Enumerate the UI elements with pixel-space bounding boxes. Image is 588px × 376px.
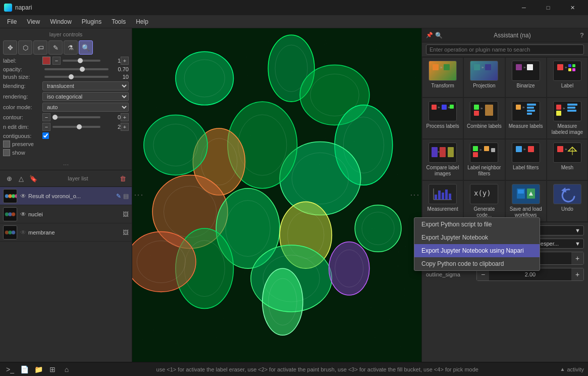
svg-rect-17 (442, 105, 447, 110)
label-minus-button[interactable]: − (52, 57, 61, 65)
plugin-measure-labeled-image[interactable]: » Measure labeled image (547, 98, 588, 139)
layer-eye-voronoi[interactable]: 👁 (20, 193, 26, 200)
menu-file[interactable]: File (2, 17, 22, 26)
plugin-projection[interactable]: » Projection (463, 57, 505, 98)
contour-plus-button[interactable]: + (121, 113, 129, 121)
outline-sigma-plus[interactable]: + (571, 268, 583, 280)
show-label: show (12, 150, 25, 156)
mesh-icon: » (553, 143, 581, 163)
label-filters-label: Label filters (513, 165, 539, 171)
layer-eye-nuclei[interactable]: 👁 (20, 211, 26, 218)
plugin-mesh[interactable]: » Mesh (547, 139, 588, 180)
search-tool-button[interactable]: 🔍 (79, 40, 93, 55)
plugin-label[interactable]: » Label (547, 57, 588, 98)
more-options[interactable]: ... (3, 158, 129, 168)
plugin-label-filters[interactable]: » Label filters (505, 139, 547, 180)
plugin-measurement[interactable]: Measurement (422, 180, 463, 222)
plugin-combine-labels[interactable]: » Combine labels (463, 98, 505, 139)
close-button[interactable]: ✕ (561, 0, 584, 15)
svg-rect-37 (440, 147, 446, 157)
panel-help-button[interactable]: ? (580, 31, 584, 39)
color-mode-select[interactable]: auto direct (42, 103, 129, 112)
terminal-button[interactable]: >_ (4, 363, 16, 375)
plugin-process-labels[interactable]: » » Process labels (422, 98, 463, 139)
plugin-transform[interactable]: » Transform (422, 57, 463, 98)
activity-arrow-icon: ▲ (560, 366, 565, 372)
minimize-button[interactable]: ─ (512, 0, 536, 15)
menu-window[interactable]: Window (45, 17, 77, 26)
plugin-measure-labels[interactable]: » Measure labels (505, 98, 547, 139)
transform-icon: » (429, 61, 457, 81)
plugin-binarize[interactable]: » Binarize (505, 57, 547, 98)
ctx-export-jupyter-napari[interactable]: Export Jupyter Notebook using Napari (414, 244, 540, 257)
projection-label: Projection (473, 83, 495, 89)
label-slider-track[interactable] (63, 60, 100, 62)
svg-rect-23 (485, 105, 493, 116)
plugin-undo[interactable]: Undo (547, 180, 588, 222)
assistant-search (422, 42, 588, 57)
contour-slider-track[interactable] (52, 116, 100, 118)
assistant-search-input[interactable] (426, 44, 584, 55)
menu-help[interactable]: Help (131, 17, 153, 26)
ctx-copy-python[interactable]: Copy Python code to clipboard (414, 257, 540, 270)
ctx-export-jupyter[interactable]: Export Jupyter Notebook (414, 231, 540, 244)
brush-size-slider-track[interactable] (44, 76, 109, 78)
canvas-resize-left[interactable]: ⋮ (132, 189, 145, 202)
folder-button[interactable]: 📁 (32, 363, 44, 375)
canvas-resize-right[interactable]: ⋮ (408, 189, 421, 202)
n-edit-dim-slider-track[interactable] (52, 126, 100, 128)
plugin-label-neighbor-filters[interactable]: » » Label neighbor filters (463, 139, 505, 180)
svg-rect-40 (473, 146, 478, 151)
layer-item-nuclei[interactable]: 👁 nuclei 🖼 (0, 205, 132, 223)
add-point-button[interactable]: ⊕ (3, 172, 15, 184)
ctx-export-python[interactable]: Export Python script to file (414, 218, 540, 231)
activity-button[interactable]: ▲ activity (560, 366, 584, 372)
maximize-button[interactable]: □ (537, 0, 560, 15)
move-tool-button[interactable]: ✥ (3, 40, 17, 55)
label-color-swatch[interactable] (42, 57, 50, 65)
svg-rect-43 (484, 146, 489, 151)
paint-tool-button[interactable]: ✎ (48, 40, 63, 55)
n-edit-dim-plus-button[interactable]: + (121, 123, 129, 131)
opacity-slider-track[interactable] (44, 68, 109, 70)
menu-tools[interactable]: Tools (106, 17, 131, 26)
left-panel: layer controls ✥ ⬡ 🏷 ✎ ⚗ 🔍 label: − 1 + (0, 28, 132, 362)
spot-sigma-plus[interactable]: + (571, 252, 583, 264)
svg-text:»: » (438, 150, 440, 154)
plugin-compare-label-images[interactable]: » Compare label images (422, 139, 463, 180)
svg-text:»: » (480, 106, 483, 111)
plugin-grid: » Transform » Projection (422, 57, 588, 222)
home-button[interactable]: ⌂ (61, 363, 73, 375)
menu-view[interactable]: View (22, 17, 45, 26)
contour-minus-button[interactable]: − (42, 113, 50, 121)
canvas-area[interactable]: ⋮ ⋮ (132, 28, 421, 362)
layer-item-membrane[interactable]: 👁 membrane 🖼 (0, 223, 132, 242)
svg-rect-19 (450, 105, 454, 109)
label-tool-button[interactable]: 🏷 (33, 40, 47, 55)
image-or-labels-dropdown-icon: ▼ (575, 227, 580, 233)
rendering-select[interactable]: iso categorical translucent (42, 92, 129, 101)
label-plus-button[interactable]: + (121, 57, 129, 65)
delete-layer-button[interactable]: 🗑 (117, 172, 129, 184)
grid-button[interactable]: ⊞ (46, 363, 59, 375)
add-label-button[interactable]: 🔖 (27, 172, 39, 184)
polygon-tool-button[interactable]: ⬡ (18, 40, 32, 55)
layer-eye-membrane[interactable]: 👁 (20, 229, 26, 236)
pipette-tool-button[interactable]: ⚗ (64, 40, 78, 55)
svg-rect-49 (557, 146, 563, 152)
menu-plugins[interactable]: Plugins (77, 17, 106, 26)
blending-select[interactable]: translucent opaque additive (42, 81, 129, 90)
show-checkbox[interactable] (3, 149, 10, 156)
plugin-save-load-workflows[interactable]: Save and load workflows (505, 180, 547, 222)
contiguous-checkbox[interactable] (42, 132, 49, 139)
plugin-generate-code[interactable]: x(y) Generate code... (463, 180, 505, 222)
bottom-toolbar: >_ 📄 📁 ⊞ ⌂ use <1> for activate the labe… (0, 362, 588, 376)
layer-item-voronoi[interactable]: 👁 Result of voronoi_o... ✎ ▤ (0, 187, 132, 205)
svg-rect-13 (568, 68, 571, 71)
svg-rect-11 (568, 64, 571, 67)
preserve-checkbox[interactable] (3, 140, 10, 148)
n-edit-dim-minus-button[interactable]: − (42, 123, 50, 131)
panel-pin-icon[interactable]: 📌 (426, 32, 433, 38)
add-shape-button[interactable]: △ (15, 172, 27, 184)
script-button[interactable]: 📄 (18, 363, 30, 375)
